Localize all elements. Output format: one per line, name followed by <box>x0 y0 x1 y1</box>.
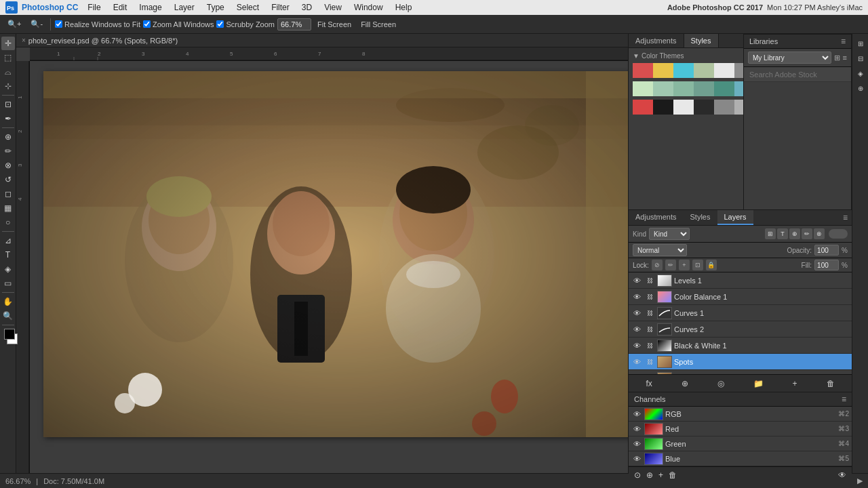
crop-tool[interactable]: ⊡ <box>1 98 15 111</box>
channel-eye[interactable]: 👁 <box>631 453 642 464</box>
menu-3d[interactable]: 3D <box>296 1 317 14</box>
layer-visibility-eye[interactable]: 👁 <box>631 324 642 335</box>
channel-item-green[interactable]: 👁 Green ⌘4 <box>629 436 852 451</box>
layer-kind-select[interactable]: Kind <box>649 228 690 240</box>
layer-group-button[interactable]: 📁 <box>751 378 766 390</box>
tool-options-zoom-out[interactable]: 🔍- <box>27 18 46 30</box>
tool-options-zoom-in[interactable]: 🔍+ <box>4 18 24 30</box>
opacity-input[interactable] <box>814 245 839 256</box>
swatch-black[interactable] <box>653 100 673 115</box>
filter-icon-3[interactable]: ⊕ <box>789 228 800 239</box>
filter-icon-4[interactable]: ✏ <box>802 228 812 239</box>
layer-item[interactable]: 👁 ⛓ Levels 1 <box>629 272 852 289</box>
zoom-tool[interactable]: 🔍 <box>1 309 15 323</box>
lock-artboards[interactable]: ⊡ <box>692 260 703 270</box>
foreground-color[interactable] <box>4 329 15 340</box>
spot-heal-tool[interactable]: ⊕ <box>1 130 15 144</box>
menu-view[interactable]: View <box>319 1 347 14</box>
libraries-search[interactable] <box>744 67 851 82</box>
swatch-lightgreen[interactable] <box>633 81 653 96</box>
lock-transparent[interactable]: ⊘ <box>652 260 663 270</box>
zoom-all-check[interactable]: Zoom All Windows <box>143 20 214 28</box>
menu-image[interactable]: Image <box>134 1 167 14</box>
channel-eye2-btn[interactable]: 👁 <box>835 469 849 481</box>
menu-window[interactable]: Window <box>349 1 389 14</box>
canvas-tab[interactable]: × photo_revised.psd @ 66.7% (Spots, RGB/… <box>16 34 628 47</box>
photo-canvas-bg[interactable] <box>30 61 628 473</box>
fill-screen-button[interactable]: Fill Screen <box>357 19 399 30</box>
layer-delete-button[interactable]: 🗑 <box>824 378 837 390</box>
text-tool[interactable]: T <box>1 248 15 262</box>
tab-styles[interactable]: Styles <box>684 210 717 225</box>
history-brush-tool[interactable]: ↺ <box>1 173 15 186</box>
layer-visibility-eye[interactable]: 👁 <box>631 291 642 302</box>
menu-filter[interactable]: Filter <box>266 1 295 14</box>
swatch-sage[interactable] <box>694 63 714 78</box>
tab-swatches[interactable]: Styles <box>684 34 719 47</box>
swatch-cyan[interactable] <box>673 63 694 78</box>
canvas-tab-close[interactable]: × <box>22 37 26 44</box>
channel-eye[interactable]: 👁 <box>631 439 642 449</box>
layer-visibility-eye[interactable]: 👁 <box>631 308 642 319</box>
swatch-teal3[interactable] <box>714 81 734 96</box>
layer-adjustment-button[interactable]: ◎ <box>715 378 727 390</box>
layer-chain[interactable]: ⛓ <box>644 275 655 286</box>
right-icon-1[interactable]: ⊞ <box>854 37 867 50</box>
layer-chain[interactable]: ⛓ <box>644 324 655 335</box>
libraries-selector[interactable]: My Library <box>748 52 831 64</box>
layer-new-button[interactable]: + <box>790 378 800 390</box>
channel-item-blue[interactable]: 👁 Blue ⌘5 <box>629 451 852 466</box>
select-tool[interactable]: ⬚ <box>1 51 15 64</box>
lock-image[interactable]: ✏ <box>665 260 676 270</box>
right-icon-4[interactable]: ⊕ <box>854 81 867 95</box>
libraries-list-view[interactable]: ≡ <box>843 54 847 62</box>
filter-icon-2[interactable]: T <box>777 228 788 239</box>
path-select-tool[interactable]: ◈ <box>1 262 15 276</box>
shape-tool[interactable]: ▭ <box>1 277 15 290</box>
layer-mask-button[interactable]: ⊕ <box>679 378 691 390</box>
layer-visibility-eye[interactable]: 👁 <box>631 340 642 351</box>
swatch-teal2[interactable] <box>694 81 714 96</box>
channel-new-btn[interactable]: + <box>656 469 666 481</box>
layer-item-spots[interactable]: 👁 ⛓ Spots <box>629 354 852 370</box>
menu-edit[interactable]: Edit <box>108 1 133 14</box>
status-arrow[interactable]: ▶ <box>857 476 863 485</box>
libraries-menu[interactable]: ≡ <box>841 37 846 46</box>
blend-mode-select[interactable]: Normal <box>633 244 687 256</box>
layer-item[interactable]: 👁 ⛓ Color Balance 1 <box>629 289 852 305</box>
menu-file[interactable]: File <box>82 1 106 14</box>
move-tool[interactable]: ✛ <box>1 37 15 50</box>
swatch-teal1[interactable] <box>673 81 694 96</box>
right-icon-2[interactable]: ⊟ <box>854 52 867 65</box>
channel-item-rgb[interactable]: 👁 RGB ⌘2 <box>629 407 852 422</box>
pen-tool[interactable]: ⊿ <box>1 234 15 247</box>
menu-help[interactable]: Help <box>390 1 418 14</box>
swatch-red[interactable] <box>633 63 653 78</box>
right-icon-3[interactable]: ◈ <box>854 66 867 80</box>
clone-tool[interactable]: ⊗ <box>1 159 15 172</box>
menu-select[interactable]: Select <box>231 1 264 14</box>
lock-position[interactable]: + <box>679 260 690 270</box>
eyedropper-tool[interactable]: ✒ <box>1 112 15 125</box>
layer-chain[interactable]: ⛓ <box>644 308 655 319</box>
layer-visibility-eye[interactable]: 👁 <box>631 357 642 367</box>
swatch-coral[interactable] <box>633 100 653 115</box>
menu-type[interactable]: Type <box>201 1 230 14</box>
magic-wand-tool[interactable]: ⊹ <box>1 79 15 93</box>
layer-chain[interactable]: ⛓ <box>644 340 655 351</box>
channel-select-btn[interactable]: ⊙ <box>631 469 644 481</box>
brush-tool[interactable]: ✏ <box>1 144 15 158</box>
zoom-input[interactable] <box>277 18 311 30</box>
lock-all[interactable]: 🔒 <box>706 260 717 270</box>
channel-eye[interactable]: 👁 <box>631 409 642 420</box>
swatch-dkgray[interactable] <box>694 100 714 115</box>
layers-panel-menu[interactable]: ≡ <box>839 210 852 225</box>
tab-color[interactable]: Adjustments <box>629 34 684 47</box>
fit-screen-button[interactable]: Fit Screen <box>314 19 355 30</box>
filter-icon-1[interactable]: ⊞ <box>765 228 776 239</box>
eraser-tool[interactable]: ◻ <box>1 187 15 201</box>
lasso-tool[interactable]: ⌓ <box>1 65 15 79</box>
swatch-medgray[interactable] <box>714 100 734 115</box>
layer-item[interactable]: 👁 ⛓ Curves 1 <box>629 305 852 321</box>
realize-windows-check[interactable]: Realize Windows to Fit <box>55 20 140 28</box>
